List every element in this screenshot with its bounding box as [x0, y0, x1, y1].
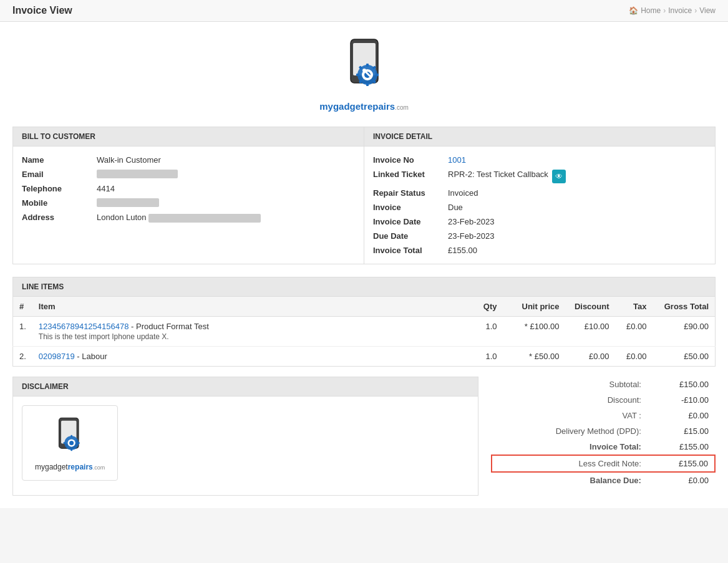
invoice-detail-block: INVOICE DETAIL Invoice No 1001 Linked Ti… — [364, 127, 715, 264]
brand-logo — [333, 34, 396, 97]
label-address: Address — [22, 213, 97, 222]
value-invoice-no[interactable]: 1001 — [448, 155, 466, 165]
label-name: Name — [22, 155, 97, 165]
page-title: Invoice View — [12, 5, 72, 16]
delivery-label: Delivery Method (DPD): — [492, 423, 648, 439]
bill-to-header: BILL TO CUSTOMER — [13, 127, 364, 147]
brand-name-repairs: repairs — [364, 101, 395, 112]
breadcrumb-view: View — [699, 6, 716, 15]
logo-section: mygadgetrepairs.com — [12, 34, 716, 112]
label-mobile: Mobile — [22, 198, 97, 208]
value-address: London Luton — [97, 213, 261, 223]
col-gross-total: Gross Total — [653, 297, 716, 317]
info-row-mobile: Mobile — [22, 196, 355, 210]
breadcrumb-home[interactable]: Home — [641, 6, 661, 15]
info-row-invoice-total: Invoice Total £155.00 — [373, 243, 706, 257]
brand-tld: .com — [395, 104, 409, 111]
row-qty: 1.0 — [466, 317, 503, 347]
breadcrumb: 🏠 Home › Invoice › View — [629, 6, 716, 15]
col-item: Item — [32, 297, 466, 317]
invoice-total-label: Invoice Total: — [492, 439, 648, 455]
logo-text: mygadgetrepairs.com — [12, 101, 716, 112]
disclaimer-block: DISCLAIMER — [12, 377, 478, 496]
table-header-row: # Item Qty Unit price Discount Tax Gross… — [13, 297, 716, 317]
top-bar: Invoice View 🏠 Home › Invoice › View — [0, 0, 728, 22]
info-row-repair-status: Repair Status Invoiced — [373, 186, 706, 200]
info-row-name: Name Walk-in Customer — [22, 153, 355, 167]
main-content: mygadgetrepairs.com BILL TO CUSTOMER Nam… — [0, 22, 728, 508]
info-row-due-date: Due Date 23-Feb-2023 — [373, 229, 706, 243]
info-section: BILL TO CUSTOMER Name Walk-in Customer E… — [12, 127, 716, 264]
breadcrumb-invoice[interactable]: Invoice — [668, 6, 692, 15]
row-tax: £0.00 — [616, 317, 653, 347]
delivery-value: £15.00 — [648, 423, 715, 439]
svg-point-21 — [69, 441, 74, 445]
bill-to-block: BILL TO CUSTOMER Name Walk-in Customer E… — [13, 127, 364, 264]
svg-point-15 — [362, 69, 366, 72]
value-invoice-status: Due — [448, 203, 463, 212]
row-item: 02098719 - Labour — [32, 347, 466, 367]
label-due-date: Due Date — [373, 231, 448, 241]
invoice-detail-header: INVOICE DETAIL — [364, 127, 715, 147]
row-unit-price: * £100.00 — [503, 317, 566, 347]
subtotal-label: Subtotal: — [492, 377, 648, 392]
home-icon: 🏠 — [629, 6, 638, 15]
label-invoice-total-detail: Invoice Total — [373, 246, 448, 255]
label-invoice-no: Invoice No — [373, 155, 448, 165]
item-desc: This is the test import Iphone update X. — [39, 332, 460, 341]
row-discount: £10.00 — [566, 317, 616, 347]
label-invoice-status: Invoice — [373, 203, 448, 212]
disclaimer-header: DISCLAIMER — [12, 377, 478, 396]
col-discount: Discount — [566, 297, 616, 317]
discount-value: -£10.00 — [648, 392, 715, 408]
disclaimer-logo-icon — [48, 415, 92, 458]
value-email — [97, 170, 178, 178]
label-telephone: Telephone — [22, 184, 97, 193]
info-row-address: Address London Luton — [22, 210, 355, 225]
svg-rect-24 — [64, 442, 66, 444]
credit-note-value: £155.00 — [648, 455, 715, 472]
bottom-section: DISCLAIMER — [12, 377, 716, 496]
invoice-total-value: £155.00 — [648, 439, 715, 455]
table-row: 1. 12345678941254156478 - Product Format… — [13, 317, 716, 347]
col-unit-price: Unit price — [503, 297, 566, 317]
value-invoice-total-detail: £155.00 — [448, 246, 477, 255]
totals-table: Subtotal: £150.00 Discount: -£10.00 VAT … — [491, 377, 716, 488]
row-tax: £0.00 — [616, 347, 653, 367]
info-row-email: Email — [22, 167, 355, 181]
svg-rect-8 — [356, 74, 359, 76]
row-item: 12345678941254156478 - Product Format Te… — [32, 317, 466, 347]
table-row: 2. 02098719 - Labour 1.0 * £50.00 £0.00 … — [13, 347, 716, 367]
invoice-total-row: Invoice Total: £155.00 — [492, 439, 715, 455]
value-telephone: 4414 — [97, 184, 115, 193]
disclaimer-body: mygadgetrepairs.com — [12, 396, 478, 496]
vat-value: £0.00 — [648, 408, 715, 423]
info-row-linked-ticket: Linked Ticket RPR-2: Test Ticket Callbac… — [373, 167, 706, 186]
totals-block: Subtotal: £150.00 Discount: -£10.00 VAT … — [491, 377, 716, 496]
info-row-telephone: Telephone 4414 — [22, 181, 355, 196]
subtotal-value: £150.00 — [648, 377, 715, 392]
svg-rect-9 — [376, 74, 379, 76]
credit-note-row: Less Credit Note: £155.00 — [492, 455, 715, 472]
balance-due-label: Balance Due: — [492, 472, 648, 488]
svg-rect-23 — [70, 449, 72, 451]
col-num: # — [13, 297, 32, 317]
value-invoice-date: 23-Feb-2023 — [448, 217, 494, 226]
item-link[interactable]: 02098719 — [39, 352, 75, 361]
row-gross-total: £50.00 — [653, 347, 716, 367]
credit-note-label: Less Credit Note: — [492, 455, 648, 472]
balance-due-value: £0.00 — [648, 472, 715, 488]
line-items-header: LINE ITEMS — [12, 277, 716, 296]
vat-row: VAT : £0.00 — [492, 408, 715, 423]
disclaimer-logo-text: mygadgetrepairs.com — [35, 463, 105, 471]
view-ticket-button[interactable]: 👁 — [552, 170, 566, 183]
bill-to-body: Name Walk-in Customer Email Telephone 44… — [13, 147, 364, 231]
item-link[interactable]: 12345678941254156478 — [39, 322, 129, 331]
svg-rect-6 — [366, 64, 369, 67]
row-discount: £0.00 — [566, 347, 616, 367]
disclaimer-logo-box: mygadgetrepairs.com — [22, 405, 118, 481]
value-repair-status: Invoiced — [448, 188, 478, 198]
invoice-detail-body: Invoice No 1001 Linked Ticket RPR-2: Tes… — [364, 147, 715, 264]
label-email: Email — [22, 170, 97, 179]
balance-due-row: Balance Due: £0.00 — [492, 472, 715, 488]
